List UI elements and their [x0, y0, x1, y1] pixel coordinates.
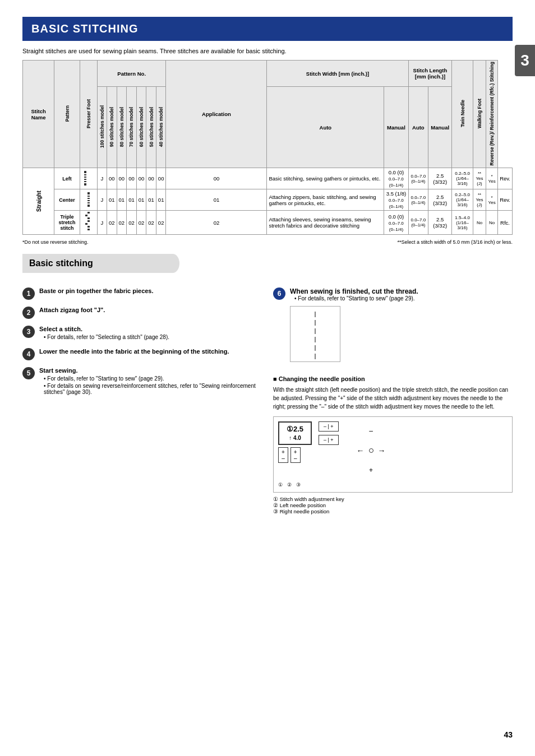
needle-label: ③ Right needle position [273, 508, 513, 514]
model-val-cell: 02 [166, 211, 267, 235]
twin-needle-cell: No [473, 211, 486, 235]
step-4: 4Lower the needle into the fabric at the… [22, 348, 262, 360]
needle-section: Changing the needle positionWith the str… [273, 375, 513, 514]
svg-rect-14 [87, 217, 90, 219]
svg-rect-4 [84, 181, 86, 182]
step-number-1: 1 [22, 287, 35, 300]
col-60: 60 stitches model [136, 87, 146, 168]
pattern-icon-cell [80, 189, 97, 211]
svg-rect-13 [85, 215, 87, 216]
chapter-tab: 3 [515, 45, 535, 76]
step-title-6: When sewing is finished, cut the thread. [290, 287, 513, 295]
stitch-diagram [290, 306, 340, 362]
minus-side: – [369, 427, 373, 435]
step-5: 5Start sewing.For details, refer to "Sta… [22, 367, 262, 396]
step-title-4: Lower the needle into the fabric at the … [39, 348, 262, 355]
step-content-5: Start sewing.For details, refer to "Star… [39, 367, 262, 396]
svg-rect-8 [87, 198, 90, 199]
needle-diagram: ①2.5↑ 4.0 +– +– – | + – | + – ← → + ① ② … [273, 416, 513, 493]
col-application: Application [166, 61, 267, 168]
stitch-length-auto: 2.5 (3/32) [428, 211, 452, 235]
sub-auto: Auto [267, 87, 384, 168]
application-cell: Attaching sleeves, sewing inseams, sewin… [267, 211, 384, 235]
svg-rect-6 [87, 192, 90, 194]
model-val-cell: 00 [156, 168, 166, 189]
plus-side: + [369, 466, 373, 474]
sub-section-header: Basic stitching [22, 254, 168, 273]
stitch-width-manual: 0.0–7.0 (0–1/4) [408, 189, 428, 211]
stitch-table: Stitch Name Pattern Presser Foot Pattern… [22, 60, 513, 235]
model-val-cell: 02 [117, 211, 127, 235]
needle-labels-list: ① Stitch width adjustment key② Left need… [273, 496, 513, 514]
col-reverse: Reverse (Rev.)/ Reinforcement (Rfc.) Sti… [486, 61, 498, 168]
model-val-cell: 00 [127, 168, 137, 189]
sub-section-title: Basic stitching [29, 258, 93, 268]
needle-label: ② Left needle position [273, 502, 513, 508]
steps-container: 1Baste or pin together the fabric pieces… [22, 287, 513, 514]
col-40: 40 stitches model [156, 87, 166, 168]
svg-rect-16 [85, 223, 87, 225]
application-cell: Basic stitching, sewing gathers or pintu… [267, 168, 384, 189]
reverse-cell: Rfc. [498, 211, 513, 235]
table-row: Triple stretch stitch J02020202020202Att… [23, 211, 513, 235]
pattern-icon-cell [80, 168, 97, 189]
svg-rect-11 [87, 205, 90, 207]
stitch-length-auto: 2.5 (3/32) [428, 168, 452, 189]
col-100: 100 stitches model [97, 87, 107, 168]
twin-needle-cell: ** Yes (J) [473, 189, 486, 211]
step-title-3: Select a stitch. [39, 326, 262, 332]
table-row: StraightLeft J00000000000000Basic stitch… [23, 168, 513, 189]
model-val-cell: 01 [127, 189, 137, 211]
walking-foot-cell: * Yes [486, 189, 498, 211]
stitch-name-cell: Left [54, 168, 80, 189]
model-val-cell: 02 [127, 211, 137, 235]
model-val-cell: 00 [136, 168, 146, 189]
plus-box-top: +– [278, 447, 288, 463]
intro-text: Straight stitches are used for sewing pl… [22, 48, 513, 54]
stitch-length-auto: 2.5 (3/32) [428, 189, 452, 211]
col-walking-foot: Walking Foot [473, 61, 486, 168]
stitch-length-manual: 0.2–5.0 (1/64–3/16) [452, 189, 473, 211]
sub-auto2: Auto [408, 87, 428, 168]
col-stitch-length: Stitch Length [mm (inch.)] [408, 61, 452, 87]
table-row: Center J01010101010101Attaching zippers,… [23, 189, 513, 211]
step-bullet: For details, refer to "Selecting a stitc… [44, 334, 262, 340]
col-pattern: Pattern [54, 61, 80, 168]
needle-section-text: With the straight stitch (left needle po… [273, 386, 513, 411]
needle-label: ① Stitch width adjustment key [273, 496, 513, 502]
display-box: ①2.5↑ 4.0 [278, 421, 312, 445]
svg-rect-9 [87, 200, 90, 201]
step-content-3: Select a stitch.For details, refer to "S… [39, 326, 262, 341]
svg-rect-3 [84, 179, 86, 180]
step-bullets-6: For details, refer to "Starting to sew" … [290, 295, 513, 302]
step-number-6: 6 [273, 287, 285, 300]
step-3: 3Select a stitch.For details, refer to "… [22, 326, 262, 341]
footnote: *Do not use reverse stitching. **Select … [22, 239, 513, 245]
col-90: 90 stitches model [107, 87, 117, 168]
model-val-cell: 00 [146, 168, 156, 189]
section-title: BASIC STITCHING [31, 22, 139, 35]
steps-right: 6When sewing is finished, cut the thread… [273, 287, 513, 514]
model-val-cell: 01 [136, 189, 146, 211]
step-content-1: Baste or pin together the fabric pieces. [39, 287, 262, 296]
stitch-width-manual: 0.0–7.0 (0–1/4) [408, 168, 428, 189]
step-6: 6When sewing is finished, cut the thread… [273, 287, 513, 367]
col-presser-foot: Presser Foot [80, 61, 97, 168]
step-2: 2Attach zigzag foot "J". [22, 307, 262, 319]
presser-foot-cell: J [97, 189, 107, 211]
section-header: BASIC STITCHING [22, 17, 513, 41]
model-val-cell: 02 [136, 211, 146, 235]
col-pattern-no: Pattern No. [97, 61, 165, 87]
svg-rect-5 [84, 183, 86, 185]
position-arrow: ← → [357, 446, 386, 455]
col-50: 50 stitches model [146, 87, 156, 168]
col-stitch-width: Stitch Width [mm (inch.)] [267, 61, 408, 87]
col-80: 80 stitches model [117, 87, 127, 168]
presser-foot-cell: J [97, 168, 107, 189]
step-number-5: 5 [22, 367, 35, 379]
walking-foot-cell: * Yes [486, 168, 498, 189]
model-val-cell: 00 [117, 168, 127, 189]
svg-rect-17 [87, 226, 90, 228]
step-content-6: When sewing is finished, cut the thread.… [290, 287, 513, 367]
col-stitch-name: Stitch Name [23, 61, 54, 168]
